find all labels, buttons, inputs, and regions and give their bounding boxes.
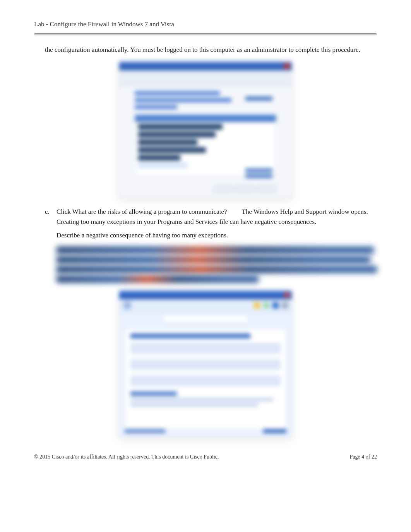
step-c-transition: The <box>240 208 253 215</box>
footer-page-info: Page 4 of 22 <box>350 453 377 461</box>
intro-paragraph: the configuration automatically. You mus… <box>45 45 377 55</box>
footer-copyright: © 2015 Cisco and/or its affiliates. All … <box>34 453 219 461</box>
footer-page-label: Page <box>350 454 362 460</box>
screenshot-help-support <box>34 290 377 437</box>
screenshot-firewall-exceptions <box>34 61 377 198</box>
page-header-title: Lab - Configure the Firewall in Windows … <box>34 19 377 29</box>
step-c-prefix: Click <box>57 208 72 215</box>
step-c-question: What are the risks of allowing a program… <box>72 208 227 215</box>
blurred-answer-area <box>57 247 377 283</box>
step-c-text: Click What are the risks of allowing a p… <box>57 207 377 227</box>
step-letter: c. <box>45 207 57 227</box>
step-c-window-name: Windows Help and Support <box>253 208 327 215</box>
step-c: c. Click What are the risks of allowing … <box>45 207 377 227</box>
footer-page-of: of 22 <box>364 454 377 460</box>
header-divider <box>34 33 377 36</box>
page-footer: © 2015 Cisco and/or its affiliates. All … <box>34 453 377 461</box>
question-text: Describe a negative consequence of havin… <box>57 230 377 240</box>
